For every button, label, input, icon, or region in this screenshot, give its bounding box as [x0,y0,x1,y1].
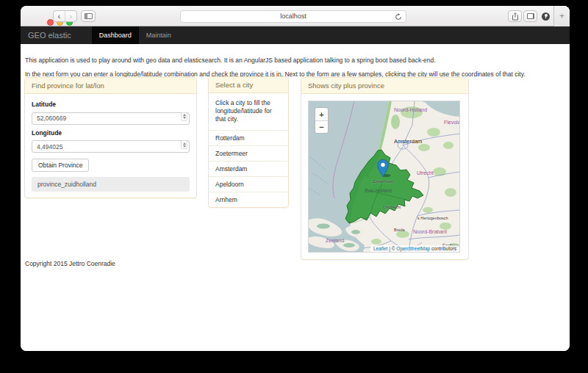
city-list: RotterdamZoetermeerAmsterdamApeldoornArn… [209,130,288,207]
share-button[interactable] [508,10,522,22]
longitude-label: Longitude [32,129,190,137]
sidebar-icon [85,13,93,19]
copyright-text: Copyright 2015 Jettro Coenradie [25,260,115,267]
map-zoom-control: + − [315,107,329,134]
map-panel-title: Shows city plus province [301,78,468,94]
forward-button[interactable]: › [65,11,76,21]
screenshot-stage: ‹ › localhost [0,0,588,373]
city-list-item[interactable]: Apeldoorn [209,176,288,192]
latitude-stepper[interactable] [181,112,187,121]
keyhole-icon [542,12,550,21]
tab-overview-button[interactable] [523,10,537,22]
zoom-in-button[interactable]: + [315,108,328,120]
nav-item-maintain[interactable]: Maintain [139,26,179,44]
reload-icon[interactable] [395,13,402,22]
url-text: localhost [280,12,306,20]
sidebar-button[interactable] [81,10,96,22]
leaflet-map[interactable]: Noord-Holland Flevoland Amsterdam Utrech… [308,101,460,253]
history-nav-group: ‹ › [53,10,77,22]
zoom-out-button[interactable]: − [315,120,328,133]
attribution-suffix: contributors [430,246,456,251]
navbar-brand[interactable]: GEO elastic [21,26,79,44]
find-province-panel-title: Find province for lat/lon [25,78,196,94]
step-up-icon [183,142,186,145]
nav-item-dashboard[interactable]: Dashboard [92,26,139,44]
openstreetmap-link[interactable]: OpenStreetMap [396,246,430,251]
tabs-icon [527,13,534,19]
intro-line-1: This application is used to play around … [25,57,559,64]
plus-icon: + [559,11,564,21]
browser-window: ‹ › localhost [21,6,570,351]
longitude-stepper[interactable] [181,140,187,149]
city-list-item[interactable]: Amsterdam [209,161,288,176]
address-bar[interactable]: localhost [180,10,406,23]
select-city-panel-title: Select a city [209,77,288,93]
attribution-separator: | © [387,246,396,251]
city-instruction: Click a city to fill the longitude/latit… [209,93,288,130]
longitude-input[interactable] [32,140,190,153]
app-navbar: GEO elastic Dashboard Maintain [21,26,570,44]
city-list-item[interactable]: Arnhem [209,192,288,207]
obtain-province-button[interactable]: Obtain Province [32,159,89,172]
map-tiles [309,101,459,252]
latitude-input[interactable] [32,112,190,125]
new-tab-button[interactable]: + [553,6,570,26]
map-attribution: Leaflet | © OpenStreetMap contributors [370,245,459,252]
share-icon [512,12,519,21]
extension-button[interactable] [539,10,553,22]
select-city-panel: Select a city Click a city to fill the l… [208,76,289,208]
step-down-icon [183,117,186,119]
province-result: province_zuidholland [32,177,190,192]
city-list-item[interactable]: Zoetermeer [209,145,288,161]
city-list-item[interactable]: Rotterdam [209,130,288,145]
map-panel: Shows city plus province [301,77,469,260]
find-province-panel: Find province for lat/lon Latitude Longi… [24,77,197,198]
browser-titlebar: ‹ › localhost [21,6,570,26]
leaflet-link[interactable]: Leaflet [373,246,388,251]
page-content: This application is used to play around … [21,44,570,351]
latitude-label: Latitude [32,101,190,108]
step-up-icon [183,114,186,116]
intro-line-2: In the next form you can enter a longitu… [25,70,559,78]
step-down-icon [183,145,186,148]
back-button[interactable]: ‹ [54,11,65,21]
